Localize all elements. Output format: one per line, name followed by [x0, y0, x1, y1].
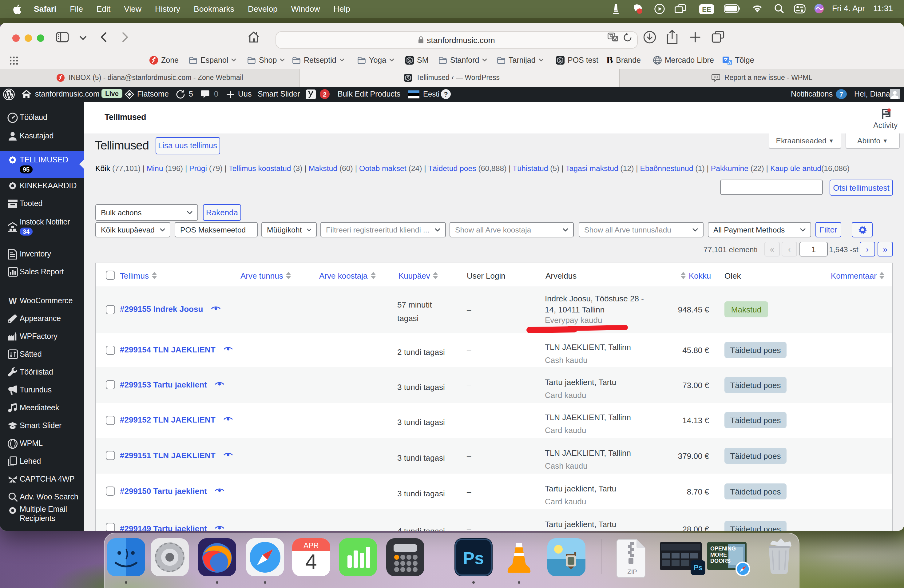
svg-text:APR: APR [303, 541, 319, 550]
svg-text:DOORS: DOORS [710, 558, 730, 564]
svg-text:OPENING: OPENING [710, 545, 736, 552]
svg-text:Ps: Ps [463, 548, 484, 568]
svg-text:4: 4 [305, 550, 317, 573]
svg-text:ZIP: ZIP [627, 568, 637, 575]
svg-text:MORE: MORE [710, 552, 727, 558]
